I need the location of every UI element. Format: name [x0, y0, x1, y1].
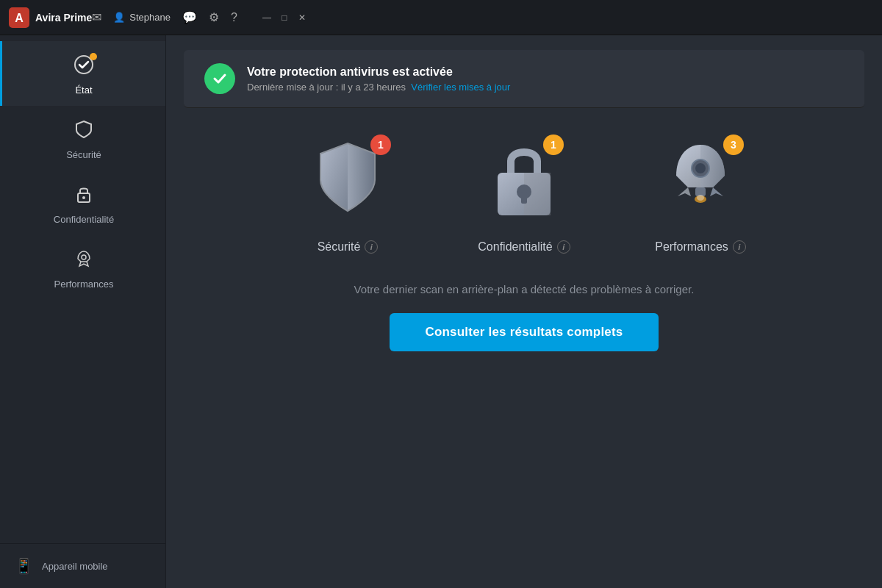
svg-point-4	[82, 196, 85, 199]
performances-icon-wrap: 3	[660, 137, 741, 229]
mobile-label: Appareil mobile	[42, 561, 108, 572]
notification-dot	[90, 53, 97, 60]
main-content: Votre protection antivirus est activée D…	[166, 35, 882, 588]
svg-point-11	[695, 163, 706, 173]
maximize-button[interactable]: □	[279, 12, 290, 24]
card-performances[interactable]: 3	[634, 137, 767, 254]
sidebar-item-mobile[interactable]: 📱 Appareil mobile	[0, 544, 165, 588]
close-button[interactable]: ✕	[296, 12, 308, 24]
card-securite[interactable]: 1	[282, 137, 414, 254]
confidentialite-card-label: Confidentialité i	[478, 240, 570, 254]
status-bar: Votre protection antivirus est activée D…	[184, 50, 864, 108]
sidebar-item-etat[interactable]: État	[0, 41, 165, 106]
settings-icon[interactable]: ⚙	[209, 10, 219, 24]
status-text: Votre protection antivirus est activée D…	[247, 65, 510, 93]
confidentialite-icon-wrap: 1	[487, 137, 561, 229]
user-section[interactable]: 👤 Stephane	[113, 12, 171, 23]
user-icon: 👤	[113, 12, 125, 23]
rocket-nav-icon	[74, 248, 94, 274]
mail-icon[interactable]: ✉	[92, 10, 101, 24]
scan-result-text: Votre dernier scan en arrière-plan a dét…	[354, 283, 695, 295]
username-label: Stephane	[129, 12, 171, 23]
title-bar-actions: ✉ 👤 Stephane 💬 ⚙ ? — □ ✕	[92, 10, 308, 24]
confidentialite-info-icon[interactable]: i	[557, 240, 570, 254]
performances-label-text: Performances	[655, 240, 728, 254]
securite-icon-wrap: 1	[307, 137, 388, 229]
status-update-text: Dernière mise à jour : il y a 23 heures	[247, 82, 406, 93]
sidebar-etat-label: État	[75, 85, 92, 96]
status-title: Votre protection antivirus est activée	[247, 65, 510, 79]
lock-nav-icon	[74, 184, 94, 209]
sidebar-confidentialite-label: Confidentialité	[54, 214, 114, 225]
securite-badge: 1	[370, 135, 391, 155]
svg-point-14	[697, 195, 704, 201]
sidebar-item-performances[interactable]: Performances	[0, 235, 165, 300]
confidentialite-label-text: Confidentialité	[478, 240, 552, 254]
window-controls: — □ ✕	[261, 12, 308, 24]
status-subtitle: Dernière mise à jour : il y a 23 heures …	[247, 82, 510, 93]
securite-label-text: Sécurité	[318, 240, 361, 254]
chat-icon[interactable]: 💬	[182, 10, 197, 24]
consult-button[interactable]: Consulter les résultats complets	[390, 313, 658, 351]
status-check-icon	[204, 63, 235, 94]
sidebar-performances-label: Performances	[54, 279, 114, 290]
avira-icon: A	[9, 7, 29, 28]
sidebar-item-confidentialite[interactable]: Confidentialité	[0, 171, 165, 235]
sidebar-bottom: 📱 Appareil mobile	[0, 543, 165, 588]
app-logo: A Avira Prime	[9, 7, 92, 28]
app-body: État Sécurité Confidentialité	[0, 35, 882, 588]
securite-info-icon[interactable]: i	[365, 240, 378, 254]
scan-result-section: Votre dernier scan en arrière-plan a dét…	[166, 268, 882, 373]
confidentialite-badge: 1	[543, 135, 564, 155]
title-bar: A Avira Prime ✉ 👤 Stephane 💬 ⚙ ? — □ ✕	[0, 0, 882, 35]
etat-icon	[74, 54, 94, 80]
sidebar-item-securite[interactable]: Sécurité	[0, 106, 165, 171]
performances-badge: 3	[723, 135, 744, 155]
svg-rect-9	[521, 192, 527, 204]
sidebar: État Sécurité Confidentialité	[0, 35, 166, 588]
card-confidentialite[interactable]: 1	[458, 137, 590, 254]
verify-updates-link[interactable]: Vérifier les mises à jour	[411, 82, 510, 93]
sidebar-securite-label: Sécurité	[66, 149, 101, 160]
performances-card-label: Performances i	[655, 240, 746, 254]
securite-card-label: Sécurité i	[318, 240, 379, 254]
app-title: Avira Prime	[35, 12, 92, 24]
help-icon[interactable]: ?	[231, 11, 237, 24]
mobile-icon: 📱	[15, 557, 33, 575]
shield-nav-icon	[74, 119, 94, 145]
performances-info-icon[interactable]: i	[733, 240, 746, 254]
svg-text:A: A	[15, 12, 24, 24]
svg-point-5	[82, 255, 86, 259]
cards-section: 1	[166, 108, 882, 268]
minimize-button[interactable]: —	[261, 12, 273, 24]
